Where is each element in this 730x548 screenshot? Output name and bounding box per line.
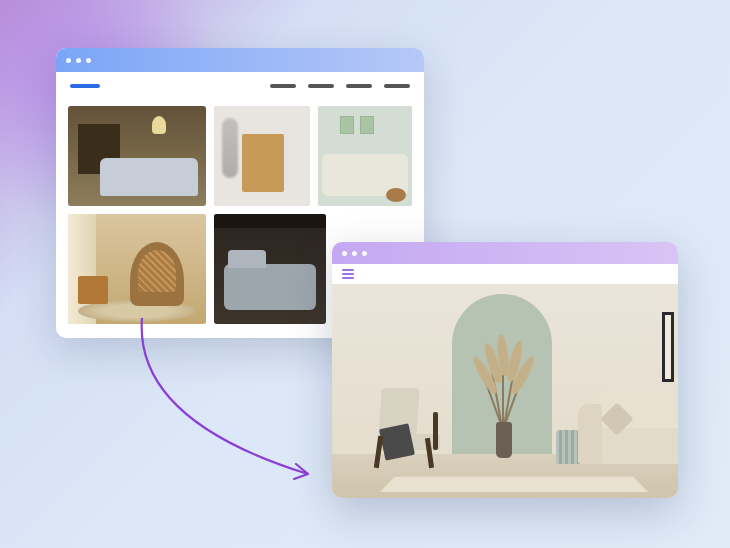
- gallery-thumb-sofa-shelves[interactable]: [68, 106, 206, 206]
- toolbar: [56, 72, 424, 100]
- gallery-thumb-green-living[interactable]: [318, 106, 412, 206]
- nav-item[interactable]: [308, 84, 334, 88]
- menu-icon[interactable]: [342, 269, 354, 279]
- hero-image: [332, 284, 678, 498]
- armchair: [372, 382, 446, 468]
- pampas-vase: [474, 348, 534, 458]
- window-control-dot[interactable]: [66, 58, 71, 63]
- window-control-dot[interactable]: [362, 251, 367, 256]
- brand-logo[interactable]: [70, 84, 100, 88]
- window-control-dot[interactable]: [342, 251, 347, 256]
- sofa: [578, 382, 678, 472]
- nav-item[interactable]: [270, 84, 296, 88]
- nav-item[interactable]: [384, 84, 410, 88]
- transform-arrow-icon: [112, 310, 352, 510]
- picture-frame: [662, 312, 674, 382]
- window-control-dot[interactable]: [86, 58, 91, 63]
- gallery-thumb-rattan-chair[interactable]: [68, 214, 206, 324]
- nav-menu: [270, 84, 410, 88]
- titlebar: [332, 242, 678, 264]
- titlebar: [56, 48, 424, 72]
- toolbar: [332, 264, 678, 284]
- gallery-thumb-dark-sectional[interactable]: [214, 214, 326, 324]
- nav-item[interactable]: [346, 84, 372, 88]
- browser-window-result: [332, 242, 678, 498]
- rug: [380, 477, 648, 492]
- window-control-dot[interactable]: [76, 58, 81, 63]
- gallery-thumb-wood-cabinet[interactable]: [214, 106, 310, 206]
- window-control-dot[interactable]: [352, 251, 357, 256]
